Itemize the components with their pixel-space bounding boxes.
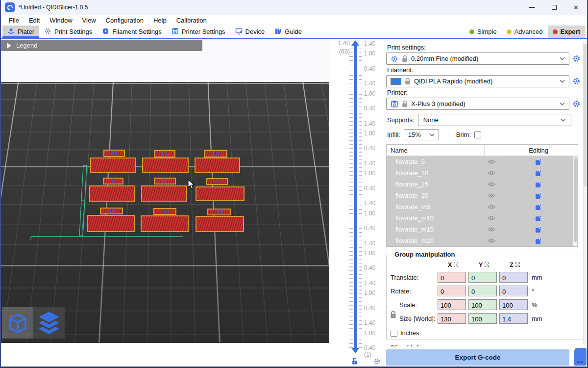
sidebar-scrollbar[interactable] xyxy=(583,42,588,344)
object-row-flowrate_m10[interactable]: flowrate_m10 xyxy=(387,212,578,224)
print-settings-combo[interactable]: 0.20mm Fine (modified) xyxy=(386,53,569,65)
flowrate-object--10[interactable] xyxy=(87,215,135,232)
eye-icon[interactable] xyxy=(484,182,499,187)
minimize-button[interactable] xyxy=(521,0,543,15)
tab-guide[interactable]: Guide xyxy=(270,26,307,38)
3d-viewport[interactable]: 20151050-5-10-15-20 Legend xyxy=(1,39,329,368)
editor-view-button[interactable] xyxy=(2,307,33,339)
flowrate-tab-10[interactable]: 10 xyxy=(204,150,227,158)
filament-gear-button[interactable] xyxy=(572,77,581,85)
flowrate-tab-15[interactable]: 15 xyxy=(154,150,175,158)
scale-lock-icon[interactable] xyxy=(390,310,397,320)
rotate-y-field[interactable] xyxy=(468,286,497,296)
infill-combo[interactable]: 15% xyxy=(404,129,439,140)
menu-item-configuration[interactable]: Configuration xyxy=(101,17,148,24)
menu-item-edit[interactable]: Edit xyxy=(24,17,45,24)
layer-slider-lock-icon[interactable] xyxy=(351,357,359,367)
tab-filament-settings[interactable]: Filament Settings xyxy=(97,26,166,38)
translate-z-field[interactable] xyxy=(499,272,528,283)
flowrate-object--5[interactable] xyxy=(196,186,245,201)
eye-icon[interactable] xyxy=(484,204,499,210)
eye-icon[interactable] xyxy=(484,227,499,232)
flowrate-tab--15[interactable]: -15 xyxy=(153,208,176,215)
window-title: *Untitled - QIDISlicer-1.0.5 xyxy=(19,4,88,11)
filament-combo[interactable]: QIDI PLA Rapido (modified) xyxy=(386,75,569,87)
translate-y-field[interactable] xyxy=(468,272,497,283)
print-settings-gear-button[interactable] xyxy=(572,54,581,63)
menu-item-window[interactable]: Window xyxy=(45,17,77,24)
flowrate-value-label: 0 xyxy=(155,178,175,184)
preview-view-button[interactable] xyxy=(33,307,65,339)
size-world-y-field[interactable] xyxy=(468,313,497,324)
export-gcode-button[interactable]: Export G-code xyxy=(386,349,569,366)
layer-tick-label: 1.40 xyxy=(364,121,375,127)
flowrate-object-15[interactable] xyxy=(142,158,189,173)
layer-tick-label: 1.40 xyxy=(364,200,375,207)
flowrate-object-5[interactable] xyxy=(89,185,135,202)
eye-icon[interactable] xyxy=(484,193,499,198)
flowrate-tab--5[interactable]: -5 xyxy=(206,178,228,185)
flowrate-tab-0[interactable]: 0 xyxy=(154,178,176,184)
tab-printer-settings[interactable]: Printer Settings xyxy=(167,26,230,38)
rotate-x-field[interactable] xyxy=(438,286,466,296)
flowrate-tab-5[interactable]: 5 xyxy=(103,178,123,184)
eye-icon[interactable] xyxy=(484,238,499,243)
printer-gear-button[interactable] xyxy=(572,100,581,108)
menu-item-view[interactable]: View xyxy=(77,17,101,24)
menu-item-help[interactable]: Help xyxy=(148,17,172,24)
flowrate-object-20[interactable] xyxy=(90,158,136,173)
rotate-z-field[interactable] xyxy=(499,286,528,296)
object-row-flowrate_m20[interactable]: flowrate_m20 xyxy=(387,235,578,246)
eye-icon[interactable] xyxy=(484,215,499,221)
object-list-scrollbar[interactable] xyxy=(573,157,577,246)
layer-slider-upper-thumb[interactable] xyxy=(351,40,359,46)
edit-icon[interactable] xyxy=(499,181,578,188)
flowrate-tab--10[interactable]: -10 xyxy=(100,208,123,214)
eye-icon[interactable] xyxy=(484,159,499,164)
translate-x-field[interactable] xyxy=(438,272,466,283)
tab-device[interactable]: Device xyxy=(230,26,270,38)
layer-slider-settings-icon[interactable] xyxy=(373,358,381,367)
scale-z-field[interactable] xyxy=(499,299,528,310)
edit-icon[interactable] xyxy=(499,158,578,165)
mode-expert[interactable]: Expert xyxy=(548,26,585,38)
menu-item-calibration[interactable]: Calibration xyxy=(172,17,212,24)
supports-combo[interactable]: None xyxy=(418,114,571,126)
mode-advanced[interactable]: Advanced xyxy=(502,26,548,38)
maximize-button[interactable] xyxy=(543,0,565,15)
edit-icon[interactable] xyxy=(499,215,578,222)
flowrate-tab-20[interactable]: 20 xyxy=(103,150,125,157)
edit-icon[interactable] xyxy=(499,192,578,199)
flowrate-object--15[interactable] xyxy=(141,215,189,232)
edit-icon[interactable] xyxy=(499,204,578,210)
scale-y-field[interactable] xyxy=(468,299,497,310)
layer-slider[interactable] xyxy=(354,44,357,352)
tab-plater[interactable]: Plater xyxy=(2,26,39,38)
edit-icon[interactable] xyxy=(499,237,578,244)
printer-combo[interactable]: X-Plus 3 (modified) xyxy=(386,98,569,110)
object-row-flowrate_m5[interactable]: flowrate_m5 xyxy=(387,201,578,212)
object-row-flowrate_10[interactable]: flowrate_10 xyxy=(387,167,578,179)
layer-slider-lower-thumb[interactable] xyxy=(351,348,359,353)
object-row-flowrate_15[interactable]: flowrate_15 xyxy=(387,179,578,190)
flowrate-object-0[interactable] xyxy=(141,185,187,202)
brim-checkbox[interactable] xyxy=(474,131,481,138)
inches-checkbox[interactable] xyxy=(391,330,397,337)
object-row-flowrate_20[interactable]: flowrate_20 xyxy=(387,190,578,201)
flowrate-object-10[interactable] xyxy=(195,158,240,173)
object-row-flowrate_5[interactable]: flowrate_5 xyxy=(387,156,578,167)
eye-icon[interactable] xyxy=(484,170,499,176)
menu-item-file[interactable]: File xyxy=(4,17,24,24)
legend-toggle[interactable]: Legend xyxy=(1,40,202,51)
size-world-x-field[interactable] xyxy=(438,313,466,324)
close-button[interactable]: ✕ xyxy=(565,0,587,15)
flowrate-object--20[interactable] xyxy=(196,216,244,232)
edit-icon[interactable] xyxy=(499,170,578,177)
tab-print-settings[interactable]: Print Settings xyxy=(39,26,97,38)
edit-icon[interactable] xyxy=(499,226,578,233)
scale-x-field[interactable] xyxy=(438,299,466,310)
object-row-flowrate_m15[interactable]: flowrate_m15 xyxy=(387,224,578,235)
mode-simple[interactable]: Simple xyxy=(465,26,502,38)
flowrate-tab--20[interactable]: -20 xyxy=(207,209,231,215)
size-world-z-field[interactable] xyxy=(499,313,528,324)
